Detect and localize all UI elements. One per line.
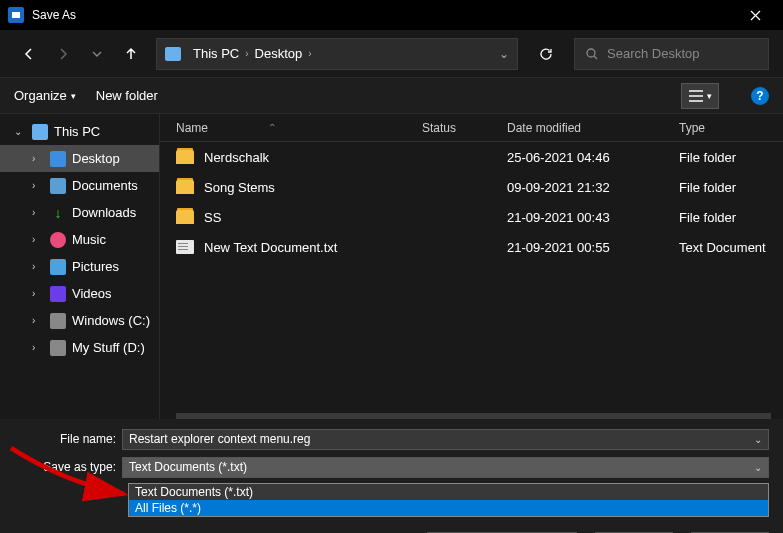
file-type: Text Document	[679, 240, 783, 255]
expand-icon: ›	[32, 315, 44, 326]
file-name: SS	[204, 210, 422, 225]
svg-rect-2	[689, 90, 703, 92]
file-row[interactable]: New Text Document.txt21-09-2021 00:55Tex…	[160, 232, 783, 262]
app-icon	[8, 7, 24, 23]
expand-icon: ›	[32, 261, 44, 272]
folder-icon	[176, 210, 194, 224]
chevron-down-icon[interactable]: ⌄	[750, 459, 766, 475]
tree-label: Pictures	[72, 259, 119, 274]
saveastype-select[interactable]: Text Documents (*.txt)⌄	[122, 457, 769, 478]
file-type: File folder	[679, 150, 783, 165]
expand-icon: ›	[32, 234, 44, 245]
sidebar-item-windows-c-[interactable]: ›Windows (C:)	[0, 307, 159, 334]
column-status[interactable]: Status	[422, 121, 507, 135]
column-date[interactable]: Date modified	[507, 121, 679, 135]
sidebar-item-this-pc[interactable]: ⌄This PC	[0, 118, 159, 145]
expand-icon: ⌄	[14, 126, 26, 137]
sidebar-item-documents[interactable]: ›Documents	[0, 172, 159, 199]
tree-label: Downloads	[72, 205, 136, 220]
expand-icon: ›	[32, 288, 44, 299]
expand-icon: ›	[32, 342, 44, 353]
bottom-pane: File name: Restart explorer context menu…	[0, 419, 783, 525]
sidebar-item-downloads[interactable]: ›↓Downloads	[0, 199, 159, 226]
filename-input[interactable]: Restart explorer context menu.reg⌄	[122, 429, 769, 450]
file-row[interactable]: Nerdschalk25-06-2021 04:46File folder	[160, 142, 783, 172]
file-date: 21-09-2021 00:43	[507, 210, 679, 225]
file-date: 09-09-2021 21:32	[507, 180, 679, 195]
tree-label: Documents	[72, 178, 138, 193]
view-options-button[interactable]: ▾	[681, 83, 719, 109]
breadcrumb-current[interactable]: Desktop	[249, 46, 309, 61]
up-button[interactable]	[116, 39, 146, 69]
help-button[interactable]: ?	[751, 87, 769, 105]
expand-icon: ›	[32, 180, 44, 191]
saveastype-dropdown: Text Documents (*.txt)All Files (*.*)	[128, 483, 769, 517]
tree-label: Videos	[72, 286, 112, 301]
svg-rect-0	[12, 12, 20, 18]
type-option[interactable]: Text Documents (*.txt)	[129, 484, 768, 500]
saveastype-label: Save as type:	[0, 460, 122, 474]
back-button[interactable]	[14, 39, 44, 69]
file-row[interactable]: SS21-09-2021 00:43File folder	[160, 202, 783, 232]
address-bar[interactable]: This PC › Desktop › ⌄	[156, 38, 518, 70]
chevron-right-icon: ›	[308, 48, 311, 59]
folder-icon	[176, 150, 194, 164]
refresh-button[interactable]	[528, 38, 564, 70]
window-title: Save As	[32, 8, 735, 22]
search-placeholder: Search Desktop	[607, 46, 700, 61]
file-type: File folder	[679, 210, 783, 225]
navbar: This PC › Desktop › ⌄ Search Desktop	[0, 30, 783, 78]
sidebar: ⌄This PC›Desktop›Documents›↓Downloads›Mu…	[0, 114, 160, 419]
titlebar: Save As	[0, 0, 783, 30]
chevron-down-icon[interactable]: ⌄	[499, 47, 509, 61]
filename-label: File name:	[0, 432, 122, 446]
file-name: Song Stems	[204, 180, 422, 195]
forward-button[interactable]	[48, 39, 78, 69]
file-date: 21-09-2021 00:55	[507, 240, 679, 255]
tree-label: Windows (C:)	[72, 313, 150, 328]
sort-indicator-icon: ⌃	[268, 122, 276, 133]
search-input[interactable]: Search Desktop	[574, 38, 769, 70]
tree-label: My Stuff (D:)	[72, 340, 145, 355]
expand-icon: ›	[32, 207, 44, 218]
sidebar-item-my-stuff-d-[interactable]: ›My Stuff (D:)	[0, 334, 159, 361]
file-list: Name⌃ Status Date modified Type Nerdscha…	[160, 114, 783, 419]
search-icon	[585, 47, 599, 61]
toolbar: Organize▾ New folder ▾ ?	[0, 78, 783, 114]
column-name[interactable]: Name⌃	[176, 121, 422, 135]
chevron-down-icon[interactable]: ⌄	[750, 431, 766, 447]
recent-button[interactable]	[82, 39, 112, 69]
close-button[interactable]	[735, 0, 775, 30]
tree-label: Desktop	[72, 151, 120, 166]
organize-button[interactable]: Organize▾	[14, 88, 76, 103]
folder-icon	[176, 180, 194, 194]
svg-rect-3	[689, 95, 703, 97]
tree-label: Music	[72, 232, 106, 247]
file-icon	[176, 240, 194, 254]
sidebar-item-videos[interactable]: ›Videos	[0, 280, 159, 307]
file-date: 25-06-2021 04:46	[507, 150, 679, 165]
footer: Hide Folders Encoding: UTF-8⌄ Save Cance…	[0, 525, 783, 533]
svg-rect-4	[689, 100, 703, 102]
file-name: Nerdschalk	[204, 150, 422, 165]
sidebar-item-pictures[interactable]: ›Pictures	[0, 253, 159, 280]
column-type[interactable]: Type	[679, 121, 783, 135]
svg-point-1	[587, 49, 595, 57]
expand-icon: ›	[32, 153, 44, 164]
tree-label: This PC	[54, 124, 100, 139]
sidebar-item-desktop[interactable]: ›Desktop	[0, 145, 159, 172]
column-headers: Name⌃ Status Date modified Type	[160, 114, 783, 142]
file-row[interactable]: Song Stems09-09-2021 21:32File folder	[160, 172, 783, 202]
breadcrumb-root[interactable]: This PC	[187, 46, 245, 61]
file-name: New Text Document.txt	[204, 240, 422, 255]
type-option[interactable]: All Files (*.*)	[129, 500, 768, 516]
pc-icon	[165, 47, 181, 61]
new-folder-button[interactable]: New folder	[96, 88, 158, 103]
sidebar-item-music[interactable]: ›Music	[0, 226, 159, 253]
file-type: File folder	[679, 180, 783, 195]
